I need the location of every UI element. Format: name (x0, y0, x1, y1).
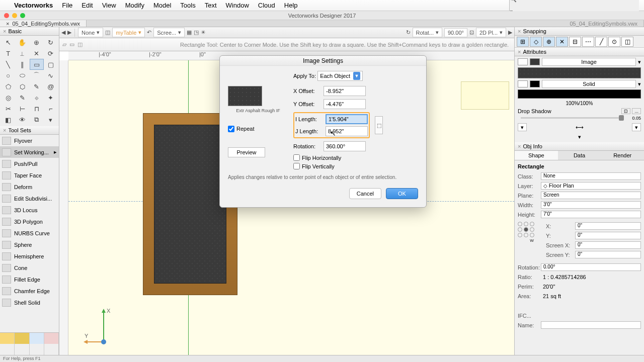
close-icon[interactable]: × (518, 28, 521, 34)
mirror-tool[interactable]: ⟳ (44, 48, 58, 59)
anchor-grid[interactable] (518, 222, 535, 237)
locus-tool[interactable]: ◎ (1, 92, 15, 103)
objinfo-header[interactable]: ×Obj Info (515, 142, 644, 151)
close-tab-icon[interactable]: × (6, 21, 9, 27)
text-tool[interactable]: T (1, 48, 15, 59)
menu-tools[interactable]: Tools (180, 2, 195, 9)
flip-h-checkbox[interactable] (293, 154, 300, 161)
y-field[interactable]: 0" (575, 232, 641, 239)
menu-text[interactable]: Text (205, 2, 217, 9)
snap-working-plane-icon[interactable]: ◫ (621, 37, 633, 47)
toolset-chamfer-edge[interactable]: Chamfer Edge (0, 285, 59, 297)
rectangle-tool[interactable]: ▭ (30, 59, 44, 70)
pan-tool[interactable]: ✋ (15, 37, 29, 48)
cat-site[interactable] (15, 333, 29, 344)
toolset-nurbs[interactable]: NURBS Curve (0, 227, 59, 239)
snap-grid-icon[interactable]: ⊞ (517, 37, 529, 47)
fill-swatch[interactable] (530, 58, 540, 65)
menu-view[interactable]: View (102, 2, 116, 9)
x-field[interactable]: 0" (575, 222, 641, 230)
toolset-sphere[interactable]: Sphere (0, 239, 59, 250)
clip-tool[interactable]: ✂ (1, 103, 15, 114)
link-lengths-icon[interactable]: ⬚ (375, 116, 383, 134)
repeat-checkbox[interactable] (228, 126, 234, 132)
snap-smart-pt-icon[interactable]: ⊟ (569, 37, 581, 47)
screen-x-field[interactable]: 0" (575, 241, 641, 249)
menu-window[interactable]: Window (226, 2, 249, 9)
doc-tab-inactive[interactable]: 05_04_EditingSymbols.vwx (564, 20, 644, 27)
close-icon[interactable]: × (518, 143, 521, 149)
tab-data[interactable]: Data (558, 151, 601, 160)
menu-help[interactable]: Help (284, 2, 298, 9)
snap-distance-icon[interactable]: ⋯ (582, 37, 594, 47)
line-style-icon[interactable]: ⟷ (529, 124, 630, 131)
flip-v-checkbox[interactable] (293, 163, 300, 169)
fill-type-icon[interactable] (518, 58, 528, 65)
more-attrs-icon[interactable]: ▾ (518, 133, 641, 141)
layer-icon[interactable]: ◫ (105, 29, 110, 36)
tab-shape[interactable]: Shape (515, 151, 558, 160)
menu-file[interactable]: File (62, 2, 72, 9)
line-tool[interactable]: ╲ (1, 59, 15, 70)
cat-6[interactable] (15, 344, 29, 355)
toolset-flyover[interactable]: Flyover (0, 135, 59, 146)
saved-view-dropdown[interactable]: Scree... ▾ (153, 28, 185, 37)
app-menu[interactable]: Vectorworks (14, 2, 53, 9)
projection-dropdown[interactable]: 2D Pl... ▾ (476, 28, 506, 37)
attributes-header[interactable]: ×Attributes (515, 48, 644, 56)
marker-end[interactable]: ▾ (632, 123, 641, 131)
doc-tab-active[interactable]: × 05_04_EditingSymbols.vwx (0, 20, 87, 27)
fill-preview[interactable] (518, 67, 641, 78)
zoom-tool[interactable]: ⊕ (30, 37, 44, 48)
rotate-dropdown[interactable]: Rotat... ▾ (413, 28, 442, 37)
fillet-tool[interactable]: ⌐ (44, 103, 58, 114)
name-field[interactable] (541, 321, 641, 329)
close-icon[interactable]: × (518, 49, 521, 55)
visibility-tool[interactable]: 👁 (15, 114, 29, 125)
j-length-field[interactable] (326, 126, 368, 136)
cat-detailing[interactable] (30, 333, 44, 344)
shadow-settings[interactable]: ... (632, 108, 641, 114)
layer-dropdown[interactable]: ◇ Floor Plan (541, 182, 641, 190)
snap-object-icon[interactable]: ◇ (530, 37, 542, 47)
minimize-window-icon[interactable] (12, 13, 17, 18)
flyover-tool-icon[interactable]: ↻ (44, 37, 58, 48)
connect-tool[interactable]: ⊓ (30, 103, 44, 114)
split-tool[interactable]: ⊢ (15, 103, 29, 114)
toolset-3d-polygon[interactable]: 3D Polygon (0, 216, 59, 227)
rotate-icon[interactable]: ↻ (406, 29, 411, 36)
y-offset-field[interactable] (324, 99, 366, 109)
toolset-push-pull[interactable]: Push/Pull (0, 158, 59, 169)
table-surface[interactable] (154, 125, 226, 284)
selection-rect[interactable] (461, 81, 509, 110)
menu-model[interactable]: Model (153, 2, 171, 9)
snap-tangent-icon[interactable]: ⊙ (608, 37, 620, 47)
view-cube-icon[interactable]: ⊡ (469, 29, 474, 36)
offset-tool[interactable]: ⧉ (30, 114, 44, 125)
cat-5[interactable] (0, 344, 15, 355)
toolsets-header[interactable]: ×Tool Sets (0, 126, 59, 135)
mode-corner-icon[interactable]: ▱ (62, 41, 66, 48)
height-field[interactable]: 7'0" (541, 211, 641, 218)
layer-dropdown[interactable]: myTable ▾ (112, 28, 145, 37)
angle-field[interactable]: 90.00° (444, 28, 467, 37)
pen-type-icon[interactable] (518, 80, 528, 87)
toolset-shell-solid[interactable]: Shell Solid (0, 297, 59, 308)
toolset-3d-locus[interactable]: 3D Locus (0, 204, 59, 216)
toolset-cone[interactable]: Cone (0, 262, 59, 274)
opacity-label[interactable]: 100%/100% (518, 100, 641, 107)
pen-arrow-icon[interactable]: ▾ (638, 81, 641, 87)
symbol-tool[interactable]: ✦ (44, 92, 58, 103)
toolset-deform[interactable]: Deform (0, 181, 59, 193)
class-dropdown[interactable]: None ▾ (78, 28, 103, 37)
snap-angle-icon[interactable]: ⊕ (543, 37, 555, 47)
next-icon[interactable]: ▶ (508, 29, 512, 36)
spiral-tool[interactable]: @ (44, 81, 58, 92)
basic-palette-header[interactable]: ×Basic (0, 27, 59, 36)
pen-style-dropdown[interactable]: Solid (542, 80, 636, 88)
regular-polygon-tool[interactable]: ⬡ (15, 81, 29, 92)
render-icon[interactable]: ☀ (201, 29, 206, 36)
selection-tool[interactable]: ↖ (1, 37, 15, 48)
reshape-tool[interactable]: ⟐ (30, 92, 44, 103)
plane-dropdown[interactable]: Screen (541, 192, 641, 199)
